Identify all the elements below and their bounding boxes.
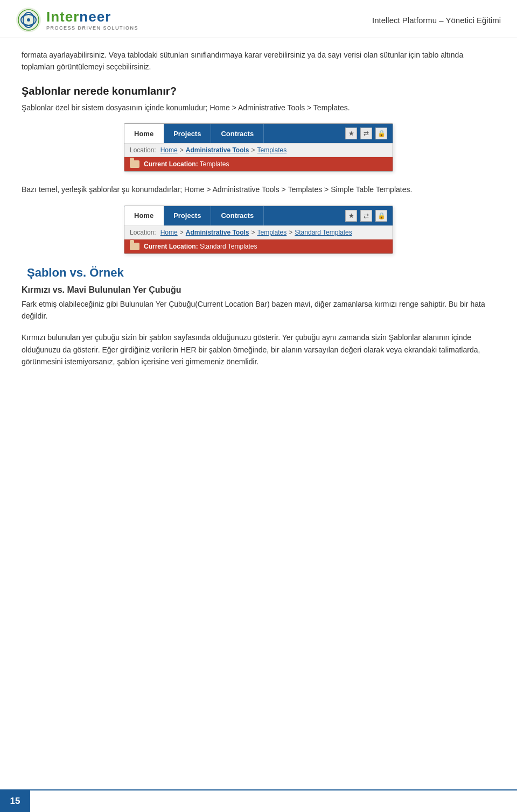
main-content: formata ayarlayabilirsiniz. Veya tabloda… bbox=[0, 38, 517, 399]
footer-spacer bbox=[30, 790, 517, 812]
location-standard-2: Standard Templates bbox=[295, 229, 352, 236]
location-label-1: Location: bbox=[130, 146, 156, 154]
location-sep2-1: > bbox=[251, 146, 255, 154]
location-templates-2: Templates bbox=[257, 229, 287, 236]
location-label-2: Location: bbox=[130, 229, 156, 236]
location-sep1-2: > bbox=[180, 229, 184, 236]
nav-icon-star-2: ★ bbox=[345, 210, 357, 222]
nav-icon-arrows-1: ⇄ bbox=[360, 128, 372, 139]
location-sep2-2: > bbox=[251, 229, 255, 236]
folder-icon-2 bbox=[130, 243, 139, 250]
nav1-para: Bazı temel, yerleşik şablonlar şu konumd… bbox=[22, 183, 495, 195]
location-admin-1: Administrative Tools bbox=[186, 146, 249, 154]
nav-tab-home-1: Home bbox=[124, 124, 164, 143]
nav-current-text-2: Current Location: Standard Templates bbox=[144, 243, 257, 250]
nav-icon-lock-1: 🔒 bbox=[375, 128, 387, 139]
section2-para1: Fark etmiş olabileceğiniz gibi Bulunulan… bbox=[22, 298, 495, 322]
location-sep3-2: > bbox=[289, 229, 292, 236]
nav-current-bar-2: Current Location: Standard Templates bbox=[124, 239, 393, 253]
location-admin-2: Administrative Tools bbox=[186, 229, 249, 236]
nav-tabs-2: Home Projects Contracts ★ ⇄ 🔒 bbox=[124, 206, 393, 225]
nav-icon-star-1: ★ bbox=[345, 128, 357, 139]
svg-point-3 bbox=[27, 18, 30, 22]
folder-icon-1 bbox=[130, 160, 139, 168]
nav-current-text-1: Current Location: Templates bbox=[144, 160, 229, 168]
nav-tab-home-2: Home bbox=[124, 206, 164, 225]
document-title: Intellect Platformu – Yönetici Eğitimi bbox=[372, 16, 501, 25]
nav-tab-icons-2: ★ ⇄ 🔒 bbox=[345, 206, 393, 225]
nav-icon-arrows-2: ⇄ bbox=[360, 210, 372, 222]
page-number: 15 bbox=[0, 790, 30, 812]
logo-tagline: PROCESS DRIVEN SOLUTIONS bbox=[46, 25, 138, 31]
location-home-1: Home bbox=[160, 146, 178, 154]
page-footer: 15 bbox=[0, 789, 517, 812]
nav-icon-lock-2: 🔒 bbox=[375, 210, 387, 222]
section2-subheading: Kırmızı vs. Mavi Bulunulan Yer Çubuğu bbox=[22, 285, 495, 295]
nav-current-bar-1: Current Location: Templates bbox=[124, 157, 393, 171]
location-sep1-1: > bbox=[180, 146, 184, 154]
nav-location-bar-1: Location: Home > Administrative Tools > … bbox=[124, 143, 393, 157]
page-header: Interneer PROCESS DRIVEN SOLUTIONS Intel… bbox=[0, 0, 517, 38]
logo-area: Interneer PROCESS DRIVEN SOLUTIONS bbox=[16, 8, 138, 32]
nav-tab-projects-1: Projects bbox=[164, 124, 211, 143]
logo-name: Interneer bbox=[46, 9, 138, 25]
logo-icon bbox=[16, 8, 41, 32]
nav-screenshot-1: Home Projects Contracts ★ ⇄ 🔒 Location: … bbox=[124, 123, 393, 172]
nav-tab-contracts-2: Contracts bbox=[211, 206, 264, 225]
nav-tab-contracts-1: Contracts bbox=[211, 124, 264, 143]
section1-heading: Şablonlar nerede konumlanır? bbox=[22, 85, 495, 97]
nav-tabs-1: Home Projects Contracts ★ ⇄ 🔒 bbox=[124, 124, 393, 143]
nav-screenshot-2: Home Projects Contracts ★ ⇄ 🔒 Location: … bbox=[124, 206, 393, 254]
nav-tab-icons-1: ★ ⇄ 🔒 bbox=[345, 124, 393, 143]
section1-para: Şablonlar özel bir sistem dosyasının içi… bbox=[22, 102, 495, 114]
section2-heading: Şablon vs. Örnek bbox=[27, 266, 495, 280]
section2-para2: Kırmızı bulunulan yer çubuğu sizin bir ş… bbox=[22, 331, 495, 368]
location-templates-1: Templates bbox=[257, 146, 287, 154]
intro-paragraph: formata ayarlayabilirsiniz. Veya tabloda… bbox=[22, 49, 495, 73]
location-home-2: Home bbox=[160, 229, 178, 236]
nav-tab-projects-2: Projects bbox=[164, 206, 211, 225]
logo-text: Interneer PROCESS DRIVEN SOLUTIONS bbox=[46, 9, 138, 31]
nav-location-bar-2: Location: Home > Administrative Tools > … bbox=[124, 225, 393, 239]
